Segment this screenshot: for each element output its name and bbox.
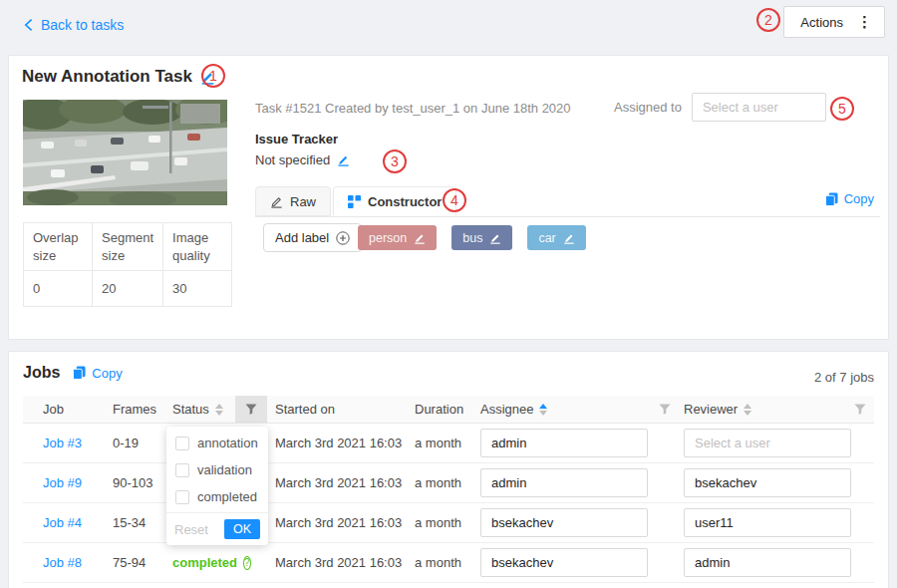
labels-tabbar: Raw Constructor — [255, 187, 880, 217]
param-header-overlap: Overlap size — [24, 223, 93, 271]
job-link[interactable]: Job #3 — [43, 436, 82, 450]
filter-option-label: annotation — [197, 436, 258, 450]
table-row: Job #9 90-103 March 3rd 2021 16:03 a mon… — [23, 463, 874, 503]
checkbox[interactable] — [175, 463, 189, 477]
actions-label: Actions — [800, 15, 843, 30]
tab-raw[interactable]: Raw — [255, 186, 331, 216]
filter-option-annotation[interactable]: annotation — [166, 430, 268, 456]
more-icon: ⋮ — [857, 13, 872, 31]
reviewer-select[interactable] — [684, 429, 851, 457]
status-cell: completed ? — [172, 555, 235, 570]
back-to-tasks-label: Back to tasks — [41, 17, 124, 33]
label-tag-car[interactable]: car — [527, 225, 585, 250]
reviewer-filter-button[interactable] — [843, 404, 874, 416]
status-filter-button[interactable] — [235, 396, 267, 423]
add-label-button[interactable]: Add label — [263, 223, 362, 252]
labels-copy-label: Copy — [844, 191, 874, 206]
assignee-filter-button[interactable] — [654, 404, 676, 416]
duration-cell: a month — [407, 515, 472, 530]
traffic-scene-image — [23, 100, 227, 205]
copy-icon — [825, 192, 838, 206]
issue-tracker-value: Not specified — [255, 152, 330, 167]
page-title: New Annotation Task — [22, 67, 215, 87]
add-label-text: Add label — [275, 230, 329, 245]
started-cell: March 3rd 2021 16:03 — [267, 436, 407, 450]
reviewer-select[interactable] — [684, 508, 851, 537]
reviewer-select[interactable] — [684, 468, 851, 497]
tab-constructor-label: Constructor — [368, 194, 442, 209]
edit-tracker-icon[interactable] — [337, 153, 350, 166]
jobs-copy-label: Copy — [92, 366, 122, 381]
label-tag-bus[interactable]: bus — [451, 225, 512, 250]
tab-raw-label: Raw — [290, 194, 316, 209]
edit-label-icon[interactable] — [563, 232, 575, 244]
copy-icon — [73, 366, 86, 380]
annotation-marker-5: 5 — [830, 97, 854, 121]
assignee-select[interactable] — [480, 508, 648, 537]
param-value-segment: 20 — [93, 271, 163, 307]
label-tag-person[interactable]: person — [358, 225, 437, 250]
assignee-select[interactable] — [480, 548, 648, 577]
column-header-status[interactable]: Status — [172, 402, 235, 417]
column-header-assignee[interactable]: Assignee — [472, 402, 654, 417]
job-link[interactable]: Job #4 — [43, 515, 82, 530]
param-value-overlap: 0 — [24, 271, 93, 307]
status-filter-dropdown: annotation validation completed Reset OK — [166, 427, 268, 545]
assignee-select[interactable] — [480, 468, 648, 497]
filter-reset-button[interactable]: Reset — [174, 522, 208, 537]
back-to-tasks-link[interactable]: Back to tasks — [24, 17, 124, 33]
column-header-reviewer[interactable]: Reviewer — [676, 402, 843, 417]
column-header-frames: Frames — [113, 402, 172, 417]
status-text: completed — [172, 555, 237, 570]
started-cell: March 3rd 2021 16:03 — [267, 555, 407, 570]
filter-icon[interactable] — [245, 404, 257, 416]
task-parameters-table: Overlap size Segment size Image quality … — [23, 222, 232, 307]
label-tag-bus-name: bus — [462, 231, 482, 245]
assigned-to-label: Assigned to — [614, 100, 682, 115]
duration-cell: a month — [407, 555, 472, 570]
frames-cell: 0-19 — [113, 436, 172, 450]
filter-icon[interactable] — [854, 404, 866, 416]
column-header-started: Started on — [267, 402, 407, 417]
edit-label-icon[interactable] — [414, 232, 426, 244]
sort-icon[interactable] — [215, 404, 223, 416]
table-row: Job #8 75-94 completed ? March 3rd 2021 … — [23, 543, 874, 583]
filter-option-label: completed — [197, 489, 257, 504]
frames-cell: 75-94 — [113, 555, 172, 570]
label-tag-person-name: person — [369, 231, 407, 245]
job-link[interactable]: Job #9 — [43, 475, 82, 490]
edit-label-icon[interactable] — [489, 232, 501, 244]
assignee-select[interactable] — [480, 429, 648, 457]
job-link[interactable]: Job #8 — [43, 555, 82, 570]
jobs-copy-link[interactable]: Copy — [73, 366, 122, 381]
checkbox[interactable] — [175, 490, 189, 504]
chevron-left-icon — [24, 18, 33, 32]
table-row: Job #4 15-34 March 3rd 2021 16:03 a mont… — [23, 503, 874, 543]
assigned-to-select[interactable] — [692, 93, 826, 122]
blocks-icon — [348, 195, 361, 208]
filter-icon[interactable] — [659, 404, 671, 416]
tab-constructor[interactable]: Constructor — [333, 186, 456, 216]
filter-footer: Reset OK — [166, 512, 268, 545]
issue-tracker-value-row: Not specified — [255, 152, 350, 167]
reviewer-select[interactable] — [684, 548, 851, 577]
status-badge: completed ? — [172, 555, 235, 570]
started-cell: March 3rd 2021 16:03 — [267, 515, 407, 530]
filter-option-validation[interactable]: validation — [166, 456, 268, 483]
sort-icon[interactable] — [744, 404, 751, 416]
sort-icon-active[interactable] — [539, 404, 547, 416]
filter-ok-button[interactable]: OK — [224, 519, 260, 539]
jobs-header: Jobs Copy — [23, 364, 123, 382]
task-title-text: New Annotation Task — [22, 67, 192, 87]
annotation-marker-3: 3 — [383, 149, 407, 173]
jobs-table: Job Frames Status Started on Duration As… — [23, 396, 874, 583]
labels-copy-link[interactable]: Copy — [825, 191, 874, 206]
checkbox[interactable] — [175, 437, 189, 450]
jobs-title: Jobs — [23, 364, 60, 382]
duration-cell: a month — [407, 436, 472, 450]
filter-option-completed[interactable]: completed — [166, 483, 268, 510]
label-tag-car-name: car — [538, 231, 555, 245]
issue-tracker-label: Issue Tracker — [255, 132, 338, 147]
actions-button[interactable]: Actions ⋮ — [783, 6, 885, 38]
jobs-count: 2 of 7 jobs — [814, 370, 874, 385]
